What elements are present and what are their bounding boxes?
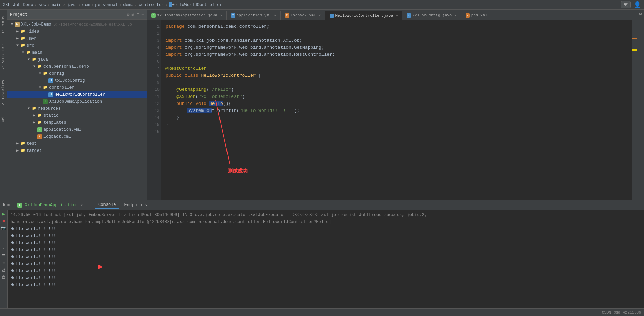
tree-item-controller[interactable]: ▼ 📁 controller	[7, 84, 147, 91]
breadcrumb-sep: ›	[78, 2, 81, 7]
tree-item-static[interactable]: ▶ 📁 static	[7, 112, 147, 119]
breadcrumb-item[interactable]: XXL-Job-Demo	[3, 2, 33, 7]
add-icon[interactable]: +	[1, 240, 7, 245]
tree-arrow: ▼	[32, 65, 36, 69]
tree-item-main[interactable]: ▼ 📁 main	[7, 49, 147, 56]
tree-item-test[interactable]: ▶ 📁 test	[7, 140, 147, 147]
breadcrumb-item[interactable]: src	[39, 2, 46, 7]
tab-logback[interactable]: X logback.xml ✕	[281, 11, 326, 20]
left-tab-structure[interactable]: 2: Structure	[1, 44, 5, 69]
minimize-icon[interactable]: −	[141, 12, 144, 18]
console-line-hw7: Hello World!!!!!!!	[11, 268, 641, 275]
code-line-10: @GetMapping("/hello")	[165, 86, 628, 93]
tab-pom[interactable]: m pom.xml	[461, 11, 492, 20]
tab-application-yml[interactable]: Y application.yml ✕	[227, 11, 281, 20]
tree-item-config[interactable]: ▼ 📁 config	[7, 70, 147, 77]
error-marker	[632, 38, 637, 39]
code-line-3: import com.xxl.job.core.handler.annotati…	[165, 37, 628, 44]
folder-icon: 📁	[37, 120, 42, 125]
tab-xxljobconfig[interactable]: J XxlJobConfig.java ✕	[402, 11, 461, 20]
list-icon[interactable]: ☰	[1, 254, 7, 259]
tab-endpoints[interactable]: Endpoints	[122, 202, 150, 208]
java-file-icon: J	[48, 92, 53, 97]
status-bar: CSDN @qq_42211536	[0, 308, 644, 316]
run-app-name[interactable]: XxlJobDemoApplication	[25, 203, 78, 208]
code-line-2	[165, 30, 628, 37]
tab-close-icon[interactable]: ✕	[319, 13, 321, 18]
scroll-down-icon[interactable]: ↓	[1, 233, 7, 238]
tree-item-src[interactable]: ▼ 📁 src	[7, 42, 147, 49]
left-tab-web[interactable]: Web	[1, 116, 5, 122]
tree-item-helloworldcontroller[interactable]: J HelloWorldController	[7, 91, 147, 98]
stop-button[interactable]: ■	[1, 218, 7, 224]
folder-icon: 📁	[20, 29, 25, 34]
xml-tab-icon: m	[466, 13, 470, 18]
tree-item-java[interactable]: ▼ 📁 java	[7, 56, 147, 63]
test-success-label: 测试成功	[228, 168, 248, 175]
csdn-label: CSDN @qq_42211536	[602, 310, 641, 315]
console-line-hw4: Hello World!!!!!!!	[11, 247, 641, 254]
tab-label: HelloWorldController.java	[335, 14, 393, 18]
tree-item-root[interactable]: ▼ P XXL-Job-Demo D:\IdeaProjects\Example…	[7, 21, 147, 28]
breadcrumb-item[interactable]: personnal	[95, 2, 118, 7]
delete-icon[interactable]: 🗑	[1, 275, 7, 280]
tab-console[interactable]: Console	[95, 202, 118, 209]
tree-arrow: ▼	[15, 43, 20, 48]
tab-close-icon[interactable]: ✕	[220, 13, 222, 18]
tree-item-logback-xml[interactable]: X logback.xml	[7, 133, 147, 140]
tree-item-xxljobdemo[interactable]: J XxlJobDemoApplication	[7, 98, 147, 105]
tree-arrow: ▼	[27, 58, 31, 62]
tree-item-templates[interactable]: ▶ 📁 templates	[7, 119, 147, 126]
tree-item-idea[interactable]: ▶ 📁 .idea	[7, 28, 147, 35]
java-file-icon: J	[43, 99, 48, 104]
list2-icon[interactable]: ≡	[1, 261, 7, 266]
language-button[interactable]: 英	[621, 1, 631, 8]
code-content[interactable]: package com.personnal.demo.controller; i…	[161, 20, 632, 200]
tab-helloworldcontroller[interactable]: J HelloWorldController.java ✕	[325, 11, 402, 20]
tree-item-mvn[interactable]: ▶ 📁 .mvn	[7, 35, 147, 42]
panel-title: Project	[10, 12, 27, 17]
yml-tab-icon: Y	[231, 13, 235, 18]
breadcrumb-item[interactable]: java	[67, 2, 77, 7]
breadcrumb-item[interactable]: demo	[123, 2, 133, 7]
print-icon[interactable]: 🖨	[1, 268, 7, 273]
tree-label: java	[38, 57, 48, 62]
avatar-icon: 👤	[633, 1, 641, 9]
tab-close-icon[interactable]: ✕	[455, 13, 457, 18]
sync-icon[interactable]: ⇄	[132, 12, 135, 18]
left-tab-favorites[interactable]: 2: Favorites	[1, 80, 5, 105]
tree-path: D:\IdeaProjects\ExampleTest\XXL-Jo	[53, 22, 132, 27]
breadcrumb-item[interactable]: main	[51, 2, 61, 7]
tab-close-icon[interactable]: ✕	[274, 13, 276, 18]
tree-arrow: ▶	[15, 142, 20, 146]
tree-label: templates	[43, 120, 66, 125]
run-button[interactable]: ▶	[1, 211, 7, 217]
panel-header: Project ⚙ ⇄ ≡ −	[7, 10, 147, 20]
folder-icon: 📁	[32, 57, 36, 62]
settings-icon[interactable]: ≡	[136, 12, 139, 18]
tree-item-package[interactable]: ▼ 📁 com.personnal.demo	[7, 63, 147, 70]
right-tab[interactable]: ⊞	[639, 13, 643, 15]
gear-icon[interactable]: ⚙	[127, 12, 130, 18]
breadcrumb-item[interactable]: com	[82, 2, 90, 7]
breadcrumb-item[interactable]: controller	[138, 2, 164, 7]
camera-icon[interactable]: 📷	[1, 226, 7, 231]
scroll-up-icon[interactable]: ↑	[1, 247, 7, 252]
tree-label: src	[27, 43, 34, 48]
folder-icon: 📁	[32, 106, 36, 111]
left-tab-project[interactable]: 1: Project	[1, 13, 5, 34]
code-editor[interactable]: 1 2 3 4 5 6 7 8 9 10 11 12 13 14 15 16 p…	[147, 20, 637, 200]
tab-label: XxlJobConfig.java	[412, 13, 452, 18]
tab-xxljobdemo[interactable]: J XxlJobDemoApplication.java ✕	[147, 11, 227, 20]
tab-label: XxlJobDemoApplication.java	[157, 13, 217, 18]
tree-arrow	[43, 79, 48, 83]
console-content[interactable]: 14:26:50.016 logback [xxl-job, EmbedServ…	[8, 210, 644, 308]
console-line-hw8: Hello World!!!!!!!	[11, 275, 641, 282]
tree-item-application-yml[interactable]: A application.yml	[7, 126, 147, 133]
tree-label: static	[43, 113, 59, 118]
run-close-icon[interactable]: ✕	[81, 203, 83, 207]
tree-item-resources[interactable]: ▼ 📁 resources	[7, 105, 147, 112]
tree-item-xxljobconfig[interactable]: J XxlJobConfig	[7, 77, 147, 84]
tab-close-icon[interactable]: ✕	[396, 14, 398, 18]
tree-item-target[interactable]: ▶ 📁 target	[7, 147, 147, 154]
